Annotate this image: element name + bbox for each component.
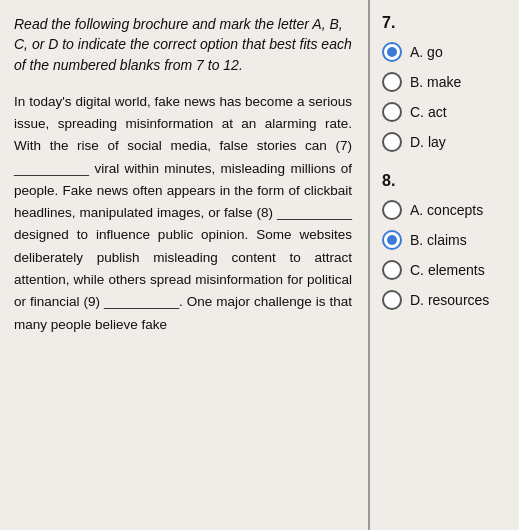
radio-8-b[interactable] [382,230,402,250]
question-8-option-c-label: C. elements [410,262,485,278]
question-7-number: 7. [382,14,507,32]
question-7-option-a[interactable]: A. go [382,42,507,62]
question-8-section: 8. A. concepts B. claims C. elements D. … [382,172,507,310]
question-8-option-b-label: B. claims [410,232,467,248]
radio-8-a[interactable] [382,200,402,220]
question-8-number: 8. [382,172,507,190]
radio-8-c[interactable] [382,260,402,280]
radio-7-d[interactable] [382,132,402,152]
question-8-option-a-label: A. concepts [410,202,483,218]
question-8-option-d[interactable]: D. resources [382,290,507,310]
question-7-option-b[interactable]: B. make [382,72,507,92]
question-8-option-d-label: D. resources [410,292,489,308]
radio-7-b[interactable] [382,72,402,92]
question-7-option-a-label: A. go [410,44,443,60]
question-8-option-c[interactable]: C. elements [382,260,507,280]
passage-text: In today's digital world, fake news has … [14,91,352,336]
question-7-section: 7. A. go B. make C. act D. lay [382,14,507,152]
question-8-option-b[interactable]: B. claims [382,230,507,250]
question-7-option-d-label: D. lay [410,134,446,150]
radio-7-a[interactable] [382,42,402,62]
question-7-option-b-label: B. make [410,74,461,90]
question-8-option-a[interactable]: A. concepts [382,200,507,220]
question-7-option-c[interactable]: C. act [382,102,507,122]
question-7-option-d[interactable]: D. lay [382,132,507,152]
right-panel: 7. A. go B. make C. act D. lay 8. A. con… [370,0,519,530]
left-panel: Read the following brochure and mark the… [0,0,370,530]
instructions-text: Read the following brochure and mark the… [14,14,352,75]
radio-7-c[interactable] [382,102,402,122]
radio-8-d[interactable] [382,290,402,310]
question-7-option-c-label: C. act [410,104,447,120]
